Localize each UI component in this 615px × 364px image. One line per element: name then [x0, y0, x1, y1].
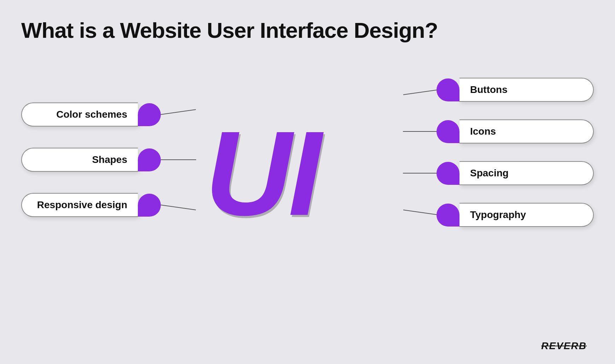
list-item: Typography: [437, 203, 594, 227]
typography-bubble: [437, 204, 459, 227]
list-item: Color schemes: [21, 102, 161, 127]
connector-line: [161, 205, 196, 210]
connector-line: [161, 109, 196, 115]
shapes-label: Shapes: [21, 148, 138, 172]
color-schemes-bubble: [138, 103, 161, 126]
brand-logo: REVERB: [541, 340, 587, 352]
shapes-bubble: [138, 148, 161, 171]
list-item: Icons: [437, 119, 594, 143]
color-schemes-label: Color schemes: [21, 102, 138, 127]
icons-bubble: [437, 120, 459, 143]
typography-label: Typography: [459, 203, 594, 227]
responsive-design-bubble: [138, 194, 161, 217]
connector-line: [161, 159, 196, 160]
right-items-group: Buttons Icons Spacing Typography: [437, 78, 594, 227]
connector-line: [403, 89, 438, 95]
buttons-label: Buttons: [459, 78, 594, 102]
spacing-bubble: [437, 162, 459, 185]
list-item: Buttons: [437, 78, 594, 102]
icons-label: Icons: [459, 119, 594, 143]
page-title: What is a Website User Interface Design?: [21, 18, 438, 43]
responsive-design-label: Responsive design: [21, 193, 138, 217]
list-item: Shapes: [21, 148, 161, 172]
list-item: Spacing: [437, 161, 594, 185]
buttons-bubble: [437, 78, 459, 101]
connector-line: [403, 173, 438, 174]
list-item: Responsive design: [21, 193, 161, 217]
connector-line: [403, 131, 438, 132]
spacing-label: Spacing: [459, 161, 594, 185]
ui-centerpiece: UI: [205, 113, 318, 233]
left-items-group: Color schemes Shapes Responsive design: [21, 102, 161, 217]
connector-line: [403, 210, 438, 215]
